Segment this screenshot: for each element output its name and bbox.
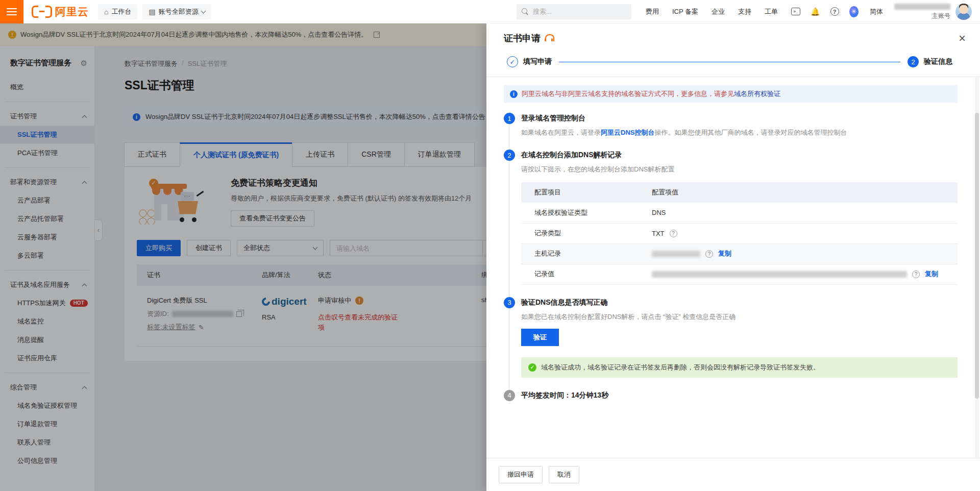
step-2-circle: 2	[504, 150, 515, 161]
scrollbar-thumb[interactable]	[975, 113, 979, 399]
step-3-body: 如果您已在域名控制台配置好DNS解析，请点击 “验证” 检查信息是否正确 验证 …	[509, 308, 958, 391]
verify-button[interactable]: 验证	[521, 329, 559, 346]
help-circle-icon[interactable]: ?	[912, 271, 920, 278]
dns-row-host-key: 主机记录	[521, 243, 639, 264]
step-2: 2 在域名控制台添加DNS解析记录	[504, 151, 958, 161]
nav-link-icp[interactable]: ICP 备案	[672, 7, 698, 16]
account-type-label: 主账号	[894, 12, 950, 20]
help-circle-icon[interactable]: ?	[705, 250, 713, 258]
step-3: 3 验证DNS信息是否填写正确	[504, 298, 958, 308]
step-3-desc: 如果您已在域名控制台配置好DNS解析，请点击 “验证” 检查信息是否正确	[521, 312, 958, 322]
dns-row-value-key: 记录值	[521, 264, 639, 284]
step-1-title: 登录域名管理控制台	[521, 114, 585, 123]
workbench-button[interactable]: ⌂ 工作台	[98, 4, 137, 19]
info-icon: i	[510, 90, 518, 98]
nav-link-tickets[interactable]: 工单	[765, 7, 778, 16]
verify-success-alert: ✓ 域名验证成功，域名验证记录在证书签发后再删除，否则会因没有解析记录导致证书签…	[521, 357, 958, 378]
step-4: 4 平均签发时间：14分钟13秒	[504, 391, 958, 401]
step-3-title: 验证DNS信息是否填写正确	[521, 298, 608, 307]
headset-support-icon[interactable]	[545, 34, 554, 42]
step-2-title: 在域名控制台添加DNS解析记录	[521, 151, 622, 160]
step-1: 1 登录域名管理控制台	[504, 114, 958, 124]
cancel-button[interactable]: 取消	[549, 466, 579, 483]
withdraw-application-button[interactable]: 撤回申请	[499, 466, 543, 483]
chevron-down-icon	[201, 8, 206, 13]
copy-record-value-link[interactable]: 复制	[925, 269, 938, 279]
nav-link-billing[interactable]: 费用	[646, 7, 659, 16]
success-text: 域名验证成功，域名验证记录在证书签发后再删除，否则会因没有解析记录导致证书签发失…	[541, 363, 820, 372]
drawer-footer: 撤回申请 取消	[486, 458, 980, 491]
aliyun-logo[interactable]: 阿里云	[32, 5, 89, 19]
help-icon[interactable]: ?	[830, 7, 839, 16]
top-nav-icons: >_ 🔔 ? ✳	[791, 7, 859, 16]
language-switch[interactable]: 简体	[870, 7, 883, 16]
aliyun-logo-text: 阿里云	[55, 5, 89, 19]
copy-host-record-link[interactable]: 复制	[718, 249, 731, 258]
dns-host-record-redacted	[652, 251, 700, 257]
step1-label: 填写申请	[523, 57, 552, 66]
dns-row-record-type-key: 记录类型	[521, 223, 639, 243]
dns-config-table: 配置项目 配置项值 域名授权验证类型 DNS 记录类型 TXT ?	[521, 182, 958, 285]
drawer-body: i 阿里云域名与非阿里云域名支持的域名验证方式不同，更多信息，请参见域名所有权验…	[486, 77, 980, 458]
step-3-circle: 3	[504, 297, 515, 308]
nav-link-enterprise[interactable]: 企业	[712, 7, 725, 16]
step-complete-check-icon: ✓	[507, 56, 518, 67]
dns-row-record-type-value: TXT	[652, 230, 665, 237]
home-icon: ⌂	[104, 8, 108, 15]
notifications-bell-icon[interactable]: 🔔	[811, 7, 820, 16]
top-navbar: 阿里云 ⌂ 工作台 ▤ 账号全部资源 费用 ICP 备案 企业 支持 工单 >_…	[0, 0, 980, 23]
drawer-header: 证书申请 ×	[486, 23, 980, 53]
drawer-title: 证书申请	[504, 32, 541, 44]
aliyun-logo-icon	[32, 6, 52, 18]
global-search[interactable]	[517, 4, 631, 19]
step-2-desc: 请按以下提示，在您的域名控制台添加DNS解析配置	[521, 165, 958, 174]
top-nav-links: 费用 ICP 备案 企业 支持 工单	[646, 7, 778, 16]
dns-col-key: 配置项目	[521, 182, 639, 203]
step2-label: 验证信息	[924, 57, 952, 66]
step-1-circle: 1	[504, 113, 515, 124]
step-2-body: 请按以下提示，在您的域名控制台添加DNS解析配置 配置项目 配置项值 域名授权验…	[509, 161, 958, 298]
dns-col-value: 配置项值	[639, 182, 958, 203]
step-1-body: 如果域名在阿里云，请登录阿里云DNS控制台操作。如果您使用其他厂商的域名，请登录…	[509, 124, 958, 151]
cert-application-drawer: 证书申请 × ✓ 填写申请 2 验证信息 i 阿里云域名与非阿里云域名支持的域名…	[486, 23, 980, 491]
dns-row-auth-type-key: 域名授权验证类型	[521, 203, 639, 223]
assistant-icon[interactable]: ✳	[849, 6, 859, 17]
search-input[interactable]	[533, 8, 620, 15]
notice-text: 阿里云域名与非阿里云域名支持的域名验证方式不同，更多信息，请参见	[522, 90, 734, 97]
hamburger-menu-icon[interactable]	[0, 0, 23, 23]
account-name-redacted	[894, 4, 950, 10]
resources-icon: ▤	[149, 8, 155, 15]
domain-verification-notice: i 阿里云域名与非阿里云域名支持的域名验证方式不同，更多信息，请参见域名所有权验…	[504, 85, 958, 103]
account-resources-dropdown[interactable]: ▤ 账号全部资源	[142, 4, 211, 19]
cloudshell-icon[interactable]: >_	[791, 8, 800, 15]
dns-row-auth-type-value: DNS	[639, 203, 958, 223]
aliyun-dns-console-link[interactable]: 阿里云DNS控制台	[601, 129, 654, 136]
dim-overlay	[0, 23, 486, 491]
step2-number: 2	[908, 56, 919, 67]
close-icon[interactable]: ×	[959, 32, 966, 44]
avatar[interactable]	[955, 4, 972, 20]
search-icon	[522, 8, 529, 15]
step-connector-line	[559, 62, 900, 62]
page: 阿里云 ⌂ 工作台 ▤ 账号全部资源 费用 ICP 备案 企业 支持 工单 >_…	[0, 0, 980, 491]
nav-link-support[interactable]: 支持	[738, 7, 751, 16]
help-circle-icon[interactable]: ?	[670, 230, 677, 237]
step-4-circle: 4	[504, 390, 515, 401]
dns-record-value-redacted	[652, 271, 907, 278]
account-info[interactable]: 主账号	[894, 4, 950, 20]
drawer-steps-header: ✓ 填写申请 2 验证信息	[486, 53, 980, 77]
success-check-icon: ✓	[528, 363, 536, 372]
domain-ownership-link[interactable]: 域名所有权验证	[734, 90, 780, 97]
step-4-title: 平均签发时间：14分钟13秒	[521, 391, 608, 400]
